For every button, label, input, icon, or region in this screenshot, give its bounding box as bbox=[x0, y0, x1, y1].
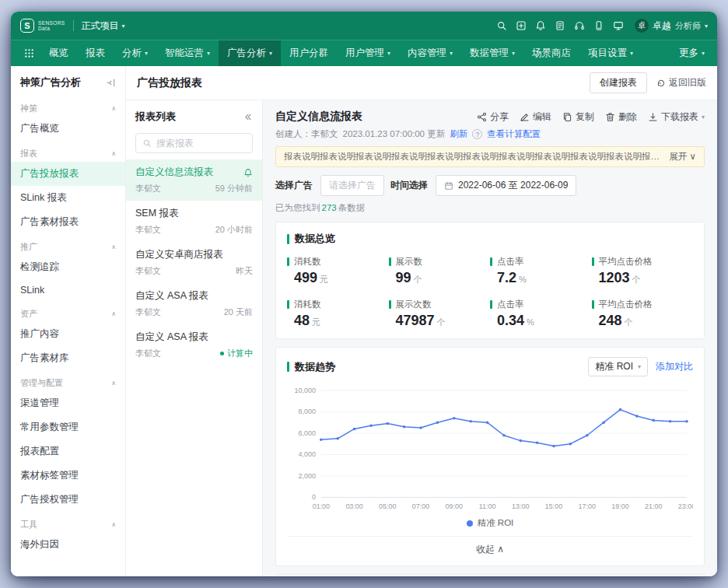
metric-unit: 个 bbox=[625, 317, 633, 327]
report-list-item[interactable]: 自定义 ASA 报表李郁文计算中 bbox=[126, 324, 262, 366]
report-title: 自定义信息流报表 bbox=[275, 110, 477, 124]
sidebar-group-工具[interactable]: 工具∧ bbox=[11, 512, 125, 533]
status-dot bbox=[220, 352, 224, 355]
action-label: 下载报表 bbox=[661, 110, 698, 124]
back-label: 返回旧版 bbox=[669, 76, 706, 89]
report-list-item[interactable]: 自定义 ASA 报表李郁文20 天前 bbox=[126, 283, 262, 324]
sidebar-item-广告概览[interactable]: 广告概览 bbox=[11, 117, 125, 141]
apps-icon[interactable] bbox=[512, 16, 531, 35]
sidebar-item-海外归因[interactable]: 海外归因 bbox=[11, 533, 125, 557]
nav-item-内容管理[interactable]: 内容管理▾ bbox=[399, 40, 461, 66]
sidebar-item-广告素材库[interactable]: 广告素材库 bbox=[11, 346, 125, 370]
metric-cell: 展示次数47987个 bbox=[389, 299, 491, 329]
project-switcher[interactable]: 正式项目 ▾ bbox=[82, 19, 125, 33]
nav-item-用户分群[interactable]: 用户分群 bbox=[281, 40, 337, 66]
bell-icon[interactable] bbox=[531, 16, 551, 35]
metric-label: 平均点击价格 bbox=[592, 299, 694, 310]
chevron-up-icon: ∧ bbox=[111, 521, 116, 528]
ad-select[interactable]: 请选择广告 bbox=[320, 175, 384, 196]
svg-text:05:00: 05:00 bbox=[379, 502, 396, 510]
sidebar-group-资产[interactable]: 资产∧ bbox=[11, 301, 125, 322]
sidebar-item-推广内容[interactable]: 推广内容 bbox=[11, 322, 125, 346]
delete-action[interactable]: 删除 bbox=[605, 110, 637, 124]
support-icon[interactable] bbox=[570, 16, 590, 35]
svg-text:07:00: 07:00 bbox=[412, 502, 429, 510]
report-list-item[interactable]: 自定义信息流报表李郁文59 分钟前 bbox=[126, 159, 262, 201]
nav-item-报表[interactable]: 报表 bbox=[77, 40, 114, 66]
trend-metric-select[interactable]: 精准 ROI ▾ bbox=[588, 357, 648, 376]
metric-unit: 元 bbox=[320, 275, 328, 284]
svg-text:01:00: 01:00 bbox=[313, 502, 330, 510]
content-header: 广告投放报表 创建报表 返回旧版 bbox=[126, 66, 717, 100]
svg-text:10,000: 10,000 bbox=[294, 387, 315, 394]
sidebar-item-渠道管理[interactable]: 渠道管理 bbox=[11, 391, 125, 415]
project-name: 正式项目 bbox=[82, 19, 119, 33]
trend-card: 数据趋势 精准 ROI ▾ 添加对比 02,0004,0006,0008,000… bbox=[275, 347, 705, 566]
svg-text:2,000: 2,000 bbox=[298, 472, 315, 480]
sidebar-item-广告授权管理[interactable]: 广告授权管理 bbox=[11, 488, 125, 512]
sidebar-item-SLink 报表[interactable]: SLink 报表 bbox=[11, 186, 125, 210]
sidebar-item-报表配置[interactable]: 报表配置 bbox=[11, 439, 125, 464]
nav-item-label: 分析 bbox=[122, 47, 142, 60]
user-role: 分析师 bbox=[675, 20, 701, 32]
panel-collapse-icon[interactable] bbox=[243, 112, 253, 122]
sidebar-item-检测追踪[interactable]: 检测追踪 bbox=[11, 255, 125, 279]
sidebar-item-常用参数管理[interactable]: 常用参数管理 bbox=[11, 415, 125, 439]
nav-item-智能运营[interactable]: 智能运营▾ bbox=[156, 40, 219, 66]
nav-item-分析[interactable]: 分析▾ bbox=[114, 40, 156, 66]
svg-text:15:00: 15:00 bbox=[545, 502, 562, 510]
nav-item-项目设置[interactable]: 项目设置▾ bbox=[579, 40, 642, 66]
brand-logo[interactable]: S SENSORS Data bbox=[20, 19, 65, 33]
bell-icon[interactable] bbox=[243, 168, 253, 177]
report-list-item[interactable]: SEM 报表李郁文20 小时前 bbox=[126, 201, 262, 242]
report-item-title-row: 自定义安卓商店报表 bbox=[135, 248, 253, 261]
add-compare-link[interactable]: 添加对比 bbox=[656, 360, 693, 373]
report-item-author: 李郁文 bbox=[135, 306, 161, 318]
sidebar-item-广告素材报表[interactable]: 广告素材报表 bbox=[11, 210, 125, 234]
report-search-input[interactable] bbox=[156, 138, 246, 149]
sidebar-item-广告投放报表[interactable]: 广告投放报表 bbox=[11, 162, 125, 186]
edit-action[interactable]: 编辑 bbox=[520, 110, 551, 124]
create-report-button[interactable]: 创建报表 bbox=[590, 72, 647, 93]
sidebar-fold-icon[interactable] bbox=[106, 78, 116, 88]
collapse-toggle[interactable]: 收起 ∧ bbox=[287, 536, 693, 556]
copy-action[interactable]: 复制 bbox=[562, 110, 594, 124]
share-action[interactable]: 分享 bbox=[477, 110, 509, 124]
filter-row: 选择广告 请选择广告 时间选择 2022-06-06 至 2022-06-09 bbox=[275, 175, 705, 196]
report-item-author: 李郁文 bbox=[135, 224, 161, 236]
sidebar-group-推广[interactable]: 推广∧ bbox=[11, 234, 125, 255]
help-icon[interactable]: ? bbox=[472, 129, 482, 139]
nav-item-概览[interactable]: 概览 bbox=[40, 40, 77, 66]
sidebar-group-管理与配置[interactable]: 管理与配置∧ bbox=[11, 370, 125, 391]
refresh-link[interactable]: 刷新 bbox=[450, 128, 467, 140]
nav-item-more[interactable]: 更多 ▾ bbox=[674, 47, 709, 60]
nav-item-广告分析[interactable]: 广告分析▾ bbox=[219, 40, 281, 66]
back-to-old-button[interactable]: 返回旧版 bbox=[656, 76, 706, 89]
view-config-link[interactable]: 查看计算配置 bbox=[487, 128, 541, 140]
nav-item-用户管理[interactable]: 用户管理▾ bbox=[337, 40, 399, 66]
report-actions: 分享编辑复制删除下载报表▾ bbox=[477, 110, 705, 124]
search-icon[interactable] bbox=[492, 16, 512, 35]
report-list-item[interactable]: 自定义安卓商店报表李郁文昨天 bbox=[126, 242, 262, 283]
overview-card: 数据总览 消耗数499元展示数99个点击率7.2%平均点击价格1203个消耗数4… bbox=[275, 222, 705, 339]
apps-grid-icon[interactable] bbox=[19, 48, 39, 58]
computing-status: 计算中 bbox=[220, 348, 253, 359]
sidebar-group-label: 管理与配置 bbox=[20, 377, 63, 389]
sidebar-group-label: 报表 bbox=[20, 148, 37, 159]
nav-item-数据管理[interactable]: 数据管理▾ bbox=[461, 40, 523, 66]
nav-item-场景商店[interactable]: 场景商店 bbox=[523, 40, 579, 66]
mobile-icon[interactable] bbox=[590, 16, 609, 35]
date-range-picker[interactable]: 2022-06-06 至 2022-06-09 bbox=[436, 175, 576, 196]
sidebar-item-SLink[interactable]: SLink bbox=[11, 279, 125, 301]
chevron-down-icon: ▾ bbox=[269, 50, 272, 57]
action-label: 复制 bbox=[576, 110, 594, 124]
metric-value: 99个 bbox=[389, 270, 491, 286]
notice-expand-link[interactable]: 展开 ∨ bbox=[669, 151, 696, 163]
sidebar-item-素材标签管理[interactable]: 素材标签管理 bbox=[11, 464, 125, 488]
monitor-icon[interactable] bbox=[609, 16, 628, 35]
sidebar-group-神策[interactable]: 神策∧ bbox=[11, 96, 125, 117]
sidebar-group-报表[interactable]: 报表∧ bbox=[11, 141, 125, 162]
docs-icon[interactable] bbox=[551, 16, 570, 35]
user-menu[interactable]: 卓 卓越 分析师 ▾ bbox=[635, 19, 708, 33]
download-action[interactable]: 下载报表▾ bbox=[648, 110, 705, 124]
